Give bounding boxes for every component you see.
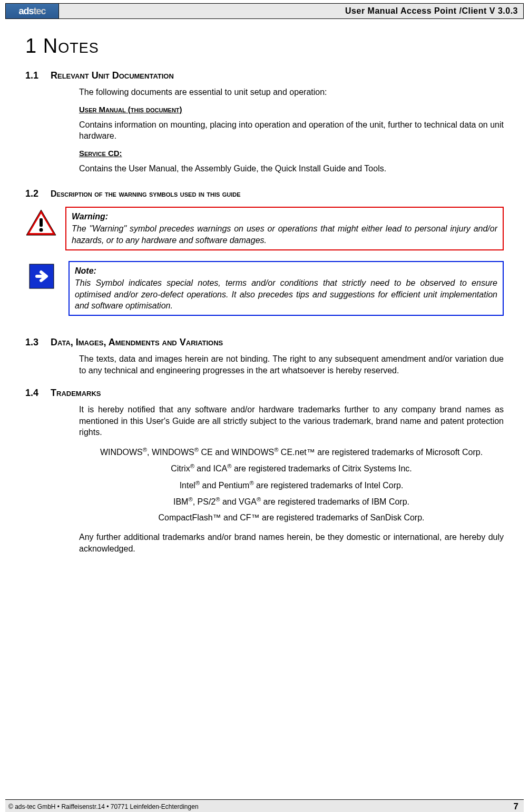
section-number: 1.1	[25, 70, 51, 81]
header-title: User Manual Access Point /Client V 3.0.3	[59, 4, 523, 18]
note-text: This Symbol indicates special notes, ter…	[75, 278, 497, 310]
paragraph: Any further additional trademarks and/or…	[79, 531, 504, 554]
section-number: 1.2	[25, 188, 51, 199]
page-content: 1 Notes 1.1 Relevant Unit Documentation …	[0, 19, 529, 591]
chapter-title: 1 Notes	[25, 35, 504, 57]
section-number: 1.3	[25, 337, 51, 348]
paragraph: The following documents are essential to…	[79, 86, 504, 98]
trademark-line: Intel® and Pentium® are registered trade…	[79, 479, 504, 492]
warning-callout: Warning: The "Warning" symbol precedes w…	[25, 207, 504, 250]
paragraph: The texts, data and images herein are no…	[79, 353, 504, 376]
svg-rect-2	[40, 218, 43, 227]
trademark-line: Citrix® and ICA® are registered trademar…	[79, 462, 504, 475]
trademark-line: WINDOWS®, WINDOWS® CE and WINDOWS® CE.ne…	[79, 446, 504, 459]
section-body-1-4: It is hereby notified that any software …	[79, 404, 504, 554]
footer-copyright: © ads-tec GmbH • Raiffeisenstr.14 • 7077…	[5, 803, 199, 810]
sub-heading-service-cd: Service CD:	[79, 148, 504, 159]
warning-title: Warning:	[72, 211, 497, 223]
page-header: adstec User Manual Access Point /Client …	[5, 3, 524, 19]
note-icon	[25, 261, 68, 292]
document-page: adstec User Manual Access Point /Client …	[0, 3, 529, 812]
logo-text-a: ads	[18, 6, 33, 17]
trademark-line: CompactFlash™ and CF™ are registered tra…	[79, 511, 504, 524]
section-heading-1-2: 1.2 Description of the warning symbols u…	[25, 188, 504, 199]
section-title: Trademarks	[51, 388, 101, 399]
sub-heading-user-manual: User Manual (this document)	[79, 104, 504, 115]
section-body-1-3: The texts, data and images herein are no…	[79, 353, 504, 376]
trademark-list: WINDOWS®, WINDOWS® CE and WINDOWS® CE.ne…	[79, 446, 504, 524]
note-title: Note:	[75, 265, 497, 277]
page-number: 7	[514, 801, 524, 812]
warning-box: Warning: The "Warning" symbol precedes w…	[65, 207, 504, 250]
logo: adstec	[6, 4, 59, 18]
section-title: Relevant Unit Documentation	[51, 70, 174, 81]
paragraph: Contains the User Manual, the Assembly G…	[79, 163, 504, 175]
svg-point-3	[40, 228, 43, 231]
section-title: Data, Images, Amendments and Variations	[51, 337, 223, 348]
warning-text: The "Warning" symbol precedes warnings o…	[72, 224, 497, 245]
logo-text-b: tec	[34, 6, 46, 17]
section-number: 1.4	[25, 388, 51, 399]
section-body-1-1: The following documents are essential to…	[79, 86, 504, 175]
trademark-line: IBM®, PS/2® and VGA® are registered trad…	[79, 495, 504, 508]
paragraph: Contains information on mounting, placin…	[79, 119, 504, 142]
note-callout: Note: This Symbol indicates special note…	[25, 261, 504, 316]
section-heading-1-3: 1.3 Data, Images, Amendments and Variati…	[25, 337, 504, 348]
note-box: Note: This Symbol indicates special note…	[68, 261, 504, 316]
warning-icon	[25, 207, 65, 239]
section-title: Description of the warning symbols used …	[51, 189, 241, 199]
section-heading-1-1: 1.1 Relevant Unit Documentation	[25, 70, 504, 81]
paragraph: It is hereby notified that any software …	[79, 404, 504, 438]
section-heading-1-4: 1.4 Trademarks	[25, 388, 504, 399]
page-footer: © ads-tec GmbH • Raiffeisenstr.14 • 7077…	[5, 799, 524, 812]
